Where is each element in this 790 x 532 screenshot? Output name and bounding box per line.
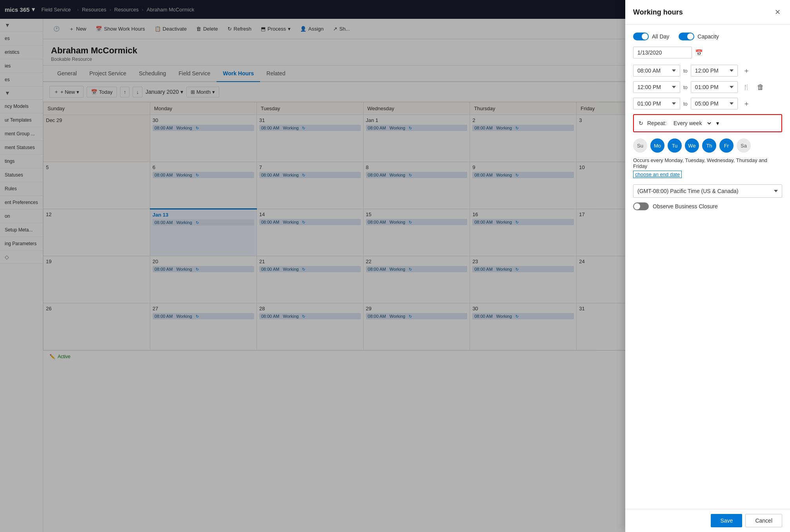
- repeat-description: Occurs every Monday, Tuesday, Wednesday,…: [633, 157, 782, 169]
- repeat-label: Repeat:: [647, 120, 666, 126]
- repeat-select[interactable]: Every week Never Every day Every month: [670, 119, 712, 128]
- capacity-label: Capacity: [697, 33, 719, 40]
- capacity-toggle[interactable]: [679, 33, 694, 40]
- toggle-row: All Day Capacity: [633, 33, 782, 40]
- observe-closure-toggle[interactable]: [633, 202, 649, 210]
- all-day-label: All Day: [652, 33, 669, 40]
- date-row: 📅: [633, 47, 782, 58]
- time-to-3[interactable]: 05:00 PM06:00 PM: [691, 98, 738, 109]
- time-from-3[interactable]: 01:00 PM02:00 PM: [633, 98, 680, 109]
- repeat-chevron-icon: ▾: [716, 120, 719, 126]
- time-from-1[interactable]: 08:00 AM09:00 AM: [633, 65, 680, 77]
- all-day-toggle[interactable]: [633, 33, 649, 40]
- working-hours-panel: Working hours ✕ All Day Capacity 📅 08:00…: [625, 0, 790, 532]
- time-row-2: 12:00 PM01:00 PM to 01:00 PM02:00 PM 🍴 🗑: [633, 81, 782, 93]
- add-time-button-1[interactable]: ＋: [741, 65, 752, 76]
- all-day-toggle-item: All Day: [633, 33, 669, 40]
- time-from-2[interactable]: 12:00 PM01:00 PM: [633, 81, 680, 93]
- day-circle-fr[interactable]: Fr: [719, 138, 734, 153]
- capacity-toggle-item: Capacity: [679, 33, 719, 40]
- day-circle-sa[interactable]: Sa: [737, 138, 751, 153]
- day-circle-tu[interactable]: Tu: [668, 138, 682, 153]
- panel-body: All Day Capacity 📅 08:00 AM09:00 AM to 1…: [625, 25, 790, 509]
- observe-business-closure-row: Observe Business Closure: [633, 202, 782, 210]
- time-row-3: 01:00 PM02:00 PM to 05:00 PM06:00 PM ＋: [633, 98, 782, 109]
- timezone-select[interactable]: (GMT-08:00) Pacific Time (US & Canada) (…: [633, 184, 782, 198]
- observe-closure-label: Observe Business Closure: [653, 203, 718, 210]
- day-circle-mo[interactable]: Mo: [650, 138, 664, 153]
- time-to-1[interactable]: 12:00 PM01:00 PM: [691, 65, 738, 77]
- time-to-2[interactable]: 01:00 PM02:00 PM: [691, 81, 738, 93]
- cancel-button[interactable]: Cancel: [745, 514, 782, 527]
- repeat-box: ↻ Repeat: Every week Never Every day Eve…: [633, 114, 782, 132]
- delete-time-button-2[interactable]: 🗑: [755, 82, 766, 93]
- time-row-1: 08:00 AM09:00 AM to 12:00 PM01:00 PM ＋: [633, 65, 782, 77]
- days-row: Su Mo Tu We Th Fr Sa: [633, 138, 782, 153]
- panel-title: Working hours: [633, 8, 683, 16]
- day-circle-th[interactable]: Th: [702, 138, 716, 153]
- add-time-button-3[interactable]: ＋: [741, 98, 752, 109]
- break-icon-button[interactable]: 🍴: [741, 82, 752, 93]
- day-circle-we[interactable]: We: [685, 138, 699, 153]
- save-button[interactable]: Save: [711, 514, 742, 527]
- timezone-row: (GMT-08:00) Pacific Time (US & Canada) (…: [633, 184, 782, 198]
- repeat-refresh-icon: ↻: [639, 120, 643, 126]
- end-date-link[interactable]: choose an end date: [633, 171, 682, 178]
- calendar-icon[interactable]: 📅: [695, 49, 703, 56]
- date-input[interactable]: [633, 47, 692, 58]
- close-button[interactable]: ✕: [773, 6, 782, 18]
- panel-header: Working hours ✕: [625, 0, 790, 25]
- panel-footer: Save Cancel: [625, 509, 790, 532]
- day-circle-su[interactable]: Su: [633, 138, 647, 153]
